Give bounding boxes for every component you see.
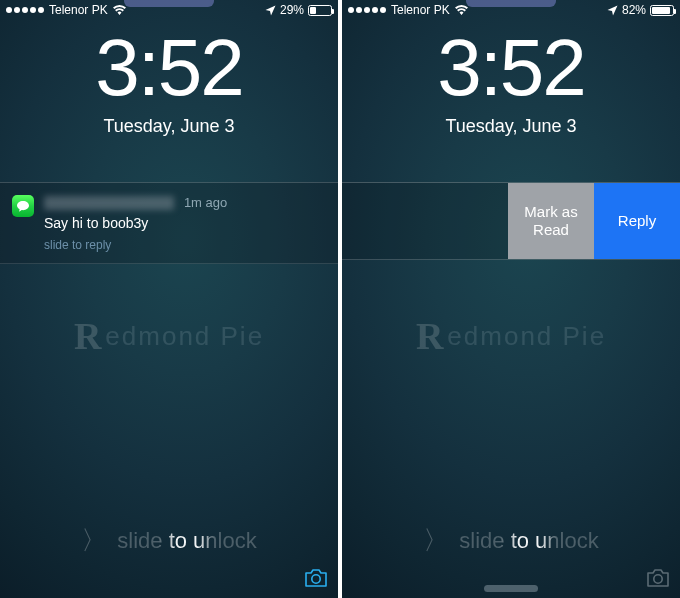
slide-to-unlock[interactable]: 〉 slide to unlock [342,523,680,558]
status-bar: Telenor PK 82% [342,0,680,20]
wifi-icon [454,4,469,16]
signal-strength-icon [348,7,386,13]
svg-point-0 [312,575,320,583]
battery-percent: 29% [280,3,304,17]
date-label: Tuesday, June 3 [342,116,680,137]
battery-icon [650,5,674,16]
notification-swipe-actions: Mark as Read Reply [342,182,680,260]
signal-strength-icon [6,7,44,13]
camera-icon[interactable] [304,568,328,588]
clock: 3:52 Tuesday, June 3 [342,28,680,137]
grabber-icon[interactable] [484,585,538,592]
notification-text: 1m ago Say hi to boob3y slide to reply [44,193,227,253]
svg-point-1 [654,575,662,583]
watermark-initial: R [416,314,444,358]
time-label: 3:52 [342,28,680,108]
watermark: R edmond Pie [0,314,338,358]
location-icon [607,5,618,16]
mark-as-read-button[interactable]: Mark as Read [508,183,594,259]
carrier-label: Telenor PK [49,3,108,17]
swipe-spacer [342,183,508,259]
reply-button[interactable]: Reply [594,183,680,259]
unlock-label: slide to unlock [117,528,256,554]
notification[interactable]: 1m ago Say hi to boob3y slide to reply [0,182,338,264]
notification-body: Say hi to boob3y [44,214,227,233]
unlock-label: slide to unlock [459,528,598,554]
chevron-right-icon: 〉 [423,523,449,558]
notification-hint: slide to reply [44,237,227,253]
slide-to-unlock[interactable]: 〉 slide to unlock [0,523,338,558]
chevron-right-icon: 〉 [81,523,107,558]
lockscreen-right: Telenor PK 82% 3:52 Tuesday, June 3 Mark… [342,0,680,598]
lockscreen-left: Telenor PK 29% 3:52 Tuesday, June 3 1m a… [0,0,338,598]
camera-icon[interactable] [646,568,670,588]
notification-timestamp: 1m ago [184,195,227,210]
battery-icon [308,5,332,16]
watermark-rest: edmond Pie [447,321,606,352]
carrier-label: Telenor PK [391,3,450,17]
date-label: Tuesday, June 3 [0,116,338,137]
messages-icon [12,195,34,217]
time-label: 3:52 [0,28,338,108]
wifi-icon [112,4,127,16]
location-icon [265,5,276,16]
watermark: R edmond Pie [342,314,680,358]
watermark-initial: R [74,314,102,358]
battery-percent: 82% [622,3,646,17]
watermark-rest: edmond Pie [105,321,264,352]
clock: 3:52 Tuesday, June 3 [0,28,338,137]
notification-sender-blurred [44,196,174,210]
status-bar: Telenor PK 29% [0,0,338,20]
